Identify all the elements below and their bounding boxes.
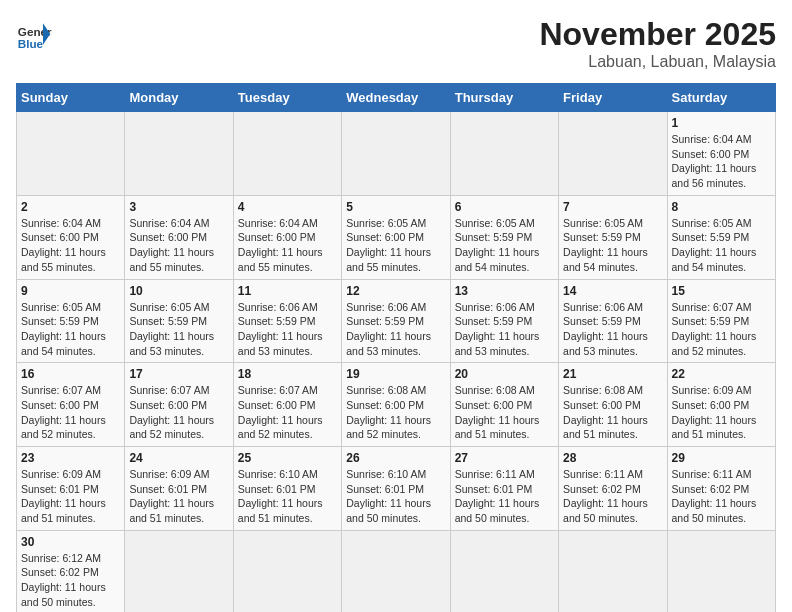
calendar-table: SundayMondayTuesdayWednesdayThursdayFrid… [16,83,776,612]
day-info: Sunrise: 6:04 AM Sunset: 6:00 PM Dayligh… [672,132,771,191]
calendar-cell [667,530,775,612]
calendar-cell: 23Sunrise: 6:09 AM Sunset: 6:01 PM Dayli… [17,447,125,531]
logo-icon: General Blue [16,16,52,52]
day-number: 25 [238,451,337,465]
day-number: 22 [672,367,771,381]
day-number: 11 [238,284,337,298]
day-info: Sunrise: 6:06 AM Sunset: 5:59 PM Dayligh… [563,300,662,359]
day-info: Sunrise: 6:07 AM Sunset: 6:00 PM Dayligh… [21,383,120,442]
day-number: 17 [129,367,228,381]
calendar-cell: 4Sunrise: 6:04 AM Sunset: 6:00 PM Daylig… [233,195,341,279]
day-of-week-monday: Monday [125,84,233,112]
calendar-cell: 21Sunrise: 6:08 AM Sunset: 6:00 PM Dayli… [559,363,667,447]
calendar-cell: 18Sunrise: 6:07 AM Sunset: 6:00 PM Dayli… [233,363,341,447]
day-number: 7 [563,200,662,214]
calendar-week-row: 23Sunrise: 6:09 AM Sunset: 6:01 PM Dayli… [17,447,776,531]
day-info: Sunrise: 6:11 AM Sunset: 6:02 PM Dayligh… [563,467,662,526]
page-header: General Blue November 2025 Labuan, Labua… [16,16,776,71]
day-number: 8 [672,200,771,214]
day-info: Sunrise: 6:11 AM Sunset: 6:01 PM Dayligh… [455,467,554,526]
location-title: Labuan, Labuan, Malaysia [539,53,776,71]
day-number: 15 [672,284,771,298]
logo: General Blue [16,16,52,52]
calendar-week-row: 9Sunrise: 6:05 AM Sunset: 5:59 PM Daylig… [17,279,776,363]
day-of-week-friday: Friday [559,84,667,112]
calendar-cell: 7Sunrise: 6:05 AM Sunset: 5:59 PM Daylig… [559,195,667,279]
day-of-week-wednesday: Wednesday [342,84,450,112]
calendar-cell: 6Sunrise: 6:05 AM Sunset: 5:59 PM Daylig… [450,195,558,279]
calendar-cell [125,530,233,612]
day-info: Sunrise: 6:05 AM Sunset: 5:59 PM Dayligh… [672,216,771,275]
day-number: 19 [346,367,445,381]
day-info: Sunrise: 6:12 AM Sunset: 6:02 PM Dayligh… [21,551,120,610]
day-number: 24 [129,451,228,465]
day-number: 9 [21,284,120,298]
day-info: Sunrise: 6:04 AM Sunset: 6:00 PM Dayligh… [21,216,120,275]
day-info: Sunrise: 6:05 AM Sunset: 5:59 PM Dayligh… [455,216,554,275]
calendar-week-row: 1Sunrise: 6:04 AM Sunset: 6:00 PM Daylig… [17,112,776,196]
day-number: 23 [21,451,120,465]
day-number: 13 [455,284,554,298]
calendar-cell: 13Sunrise: 6:06 AM Sunset: 5:59 PM Dayli… [450,279,558,363]
calendar-cell [342,530,450,612]
day-info: Sunrise: 6:10 AM Sunset: 6:01 PM Dayligh… [238,467,337,526]
day-info: Sunrise: 6:08 AM Sunset: 6:00 PM Dayligh… [455,383,554,442]
calendar-cell: 28Sunrise: 6:11 AM Sunset: 6:02 PM Dayli… [559,447,667,531]
day-number: 16 [21,367,120,381]
day-number: 28 [563,451,662,465]
calendar-cell: 14Sunrise: 6:06 AM Sunset: 5:59 PM Dayli… [559,279,667,363]
day-number: 3 [129,200,228,214]
calendar-cell: 1Sunrise: 6:04 AM Sunset: 6:00 PM Daylig… [667,112,775,196]
calendar-cell [450,112,558,196]
day-info: Sunrise: 6:05 AM Sunset: 5:59 PM Dayligh… [129,300,228,359]
day-number: 18 [238,367,337,381]
calendar-cell [342,112,450,196]
calendar-cell: 27Sunrise: 6:11 AM Sunset: 6:01 PM Dayli… [450,447,558,531]
calendar-cell: 26Sunrise: 6:10 AM Sunset: 6:01 PM Dayli… [342,447,450,531]
calendar-cell [125,112,233,196]
day-info: Sunrise: 6:09 AM Sunset: 6:00 PM Dayligh… [672,383,771,442]
day-info: Sunrise: 6:09 AM Sunset: 6:01 PM Dayligh… [129,467,228,526]
day-of-week-sunday: Sunday [17,84,125,112]
calendar-cell: 2Sunrise: 6:04 AM Sunset: 6:00 PM Daylig… [17,195,125,279]
day-number: 6 [455,200,554,214]
day-info: Sunrise: 6:08 AM Sunset: 6:00 PM Dayligh… [346,383,445,442]
calendar-week-row: 16Sunrise: 6:07 AM Sunset: 6:00 PM Dayli… [17,363,776,447]
calendar-cell: 17Sunrise: 6:07 AM Sunset: 6:00 PM Dayli… [125,363,233,447]
day-info: Sunrise: 6:04 AM Sunset: 6:00 PM Dayligh… [238,216,337,275]
calendar-cell: 9Sunrise: 6:05 AM Sunset: 5:59 PM Daylig… [17,279,125,363]
day-info: Sunrise: 6:04 AM Sunset: 6:00 PM Dayligh… [129,216,228,275]
calendar-cell: 16Sunrise: 6:07 AM Sunset: 6:00 PM Dayli… [17,363,125,447]
day-info: Sunrise: 6:05 AM Sunset: 5:59 PM Dayligh… [563,216,662,275]
day-info: Sunrise: 6:10 AM Sunset: 6:01 PM Dayligh… [346,467,445,526]
calendar-cell [17,112,125,196]
calendar-cell: 24Sunrise: 6:09 AM Sunset: 6:01 PM Dayli… [125,447,233,531]
day-number: 2 [21,200,120,214]
day-number: 29 [672,451,771,465]
title-area: November 2025 Labuan, Labuan, Malaysia [539,16,776,71]
day-info: Sunrise: 6:07 AM Sunset: 5:59 PM Dayligh… [672,300,771,359]
month-title: November 2025 [539,16,776,53]
day-of-week-saturday: Saturday [667,84,775,112]
day-number: 30 [21,535,120,549]
calendar-cell [450,530,558,612]
calendar-cell: 12Sunrise: 6:06 AM Sunset: 5:59 PM Dayli… [342,279,450,363]
calendar-cell [233,112,341,196]
calendar-cell [559,530,667,612]
calendar-cell: 15Sunrise: 6:07 AM Sunset: 5:59 PM Dayli… [667,279,775,363]
calendar-cell: 3Sunrise: 6:04 AM Sunset: 6:00 PM Daylig… [125,195,233,279]
day-number: 20 [455,367,554,381]
day-info: Sunrise: 6:09 AM Sunset: 6:01 PM Dayligh… [21,467,120,526]
day-number: 10 [129,284,228,298]
calendar-cell: 5Sunrise: 6:05 AM Sunset: 6:00 PM Daylig… [342,195,450,279]
day-number: 14 [563,284,662,298]
day-number: 12 [346,284,445,298]
calendar-cell [559,112,667,196]
calendar-cell: 25Sunrise: 6:10 AM Sunset: 6:01 PM Dayli… [233,447,341,531]
day-info: Sunrise: 6:06 AM Sunset: 5:59 PM Dayligh… [238,300,337,359]
day-info: Sunrise: 6:07 AM Sunset: 6:00 PM Dayligh… [129,383,228,442]
day-number: 5 [346,200,445,214]
calendar-header-row: SundayMondayTuesdayWednesdayThursdayFrid… [17,84,776,112]
day-info: Sunrise: 6:06 AM Sunset: 5:59 PM Dayligh… [455,300,554,359]
day-info: Sunrise: 6:07 AM Sunset: 6:00 PM Dayligh… [238,383,337,442]
